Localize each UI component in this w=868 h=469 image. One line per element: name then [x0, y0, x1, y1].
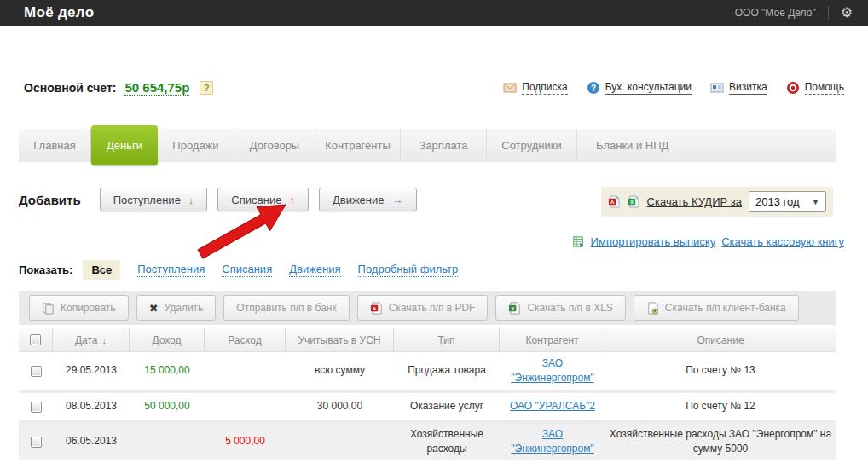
tab-kontragenty[interactable]: Контрагенты [315, 129, 401, 162]
balance-help-icon[interactable]: ? [200, 81, 213, 95]
table-row[interactable]: 29.05.2013 15 000,00 всю сумму Продажа т… [19, 352, 836, 390]
table-row[interactable]: 06.05.2013 5 000,00 Хозяйственные расход… [19, 420, 836, 460]
download-kudir-link[interactable]: Скачать КУДИР за [647, 195, 742, 208]
header-date-label: Дата [75, 334, 98, 346]
download-xls-label: Скачать п/п в XLS [527, 302, 612, 314]
send-to-bank-button[interactable]: Отправить п/п в банк [223, 295, 349, 321]
header-date[interactable]: Дата ↓ [53, 328, 130, 351]
add-section: Добавить Поступление ↓ Списание ↑ Движен… [19, 188, 427, 211]
secondary-links-row: Импортировать выписку Скачать кассовую к… [572, 235, 844, 248]
contractor-link[interactable]: ОАО "УРАЛСАБ"2 [510, 399, 595, 414]
pdf-file-icon[interactable]: A [608, 195, 621, 208]
sort-desc-icon: ↓ [102, 335, 107, 345]
download-client-bank-button[interactable]: Скачать п/п клиент-банка [634, 295, 799, 321]
svg-text:?: ? [591, 84, 596, 93]
add-label: Добавить [19, 193, 81, 207]
copy-icon [42, 302, 55, 315]
app-logo: Моё дело [24, 4, 94, 21]
help-link[interactable]: Помощь [786, 81, 844, 95]
kudir-year-select[interactable]: 2013 год ▼ [749, 191, 826, 212]
filter-row: Показать: Все Поступления Списания Движе… [19, 260, 458, 280]
header-contractor[interactable]: Контрагент [500, 328, 605, 351]
header-usn[interactable]: Учитывать в УСН [286, 328, 394, 351]
chevron-down-icon: ▼ [812, 198, 819, 206]
arrow-up-icon: ↑ [289, 194, 295, 206]
header-income[interactable]: Доход [130, 328, 205, 351]
cell-usn: 30 000,00 [286, 399, 394, 414]
gear-icon[interactable]: ⚙ [841, 6, 853, 20]
business-card-link[interactable]: Визитка [710, 81, 767, 95]
tab-glavnaya[interactable]: Главная [19, 129, 91, 162]
copy-label: Копировать [61, 302, 116, 314]
cell-date: 06.05.2013 [53, 434, 130, 449]
accounting-consult-label: Бух. консультации [605, 81, 692, 95]
tab-zarplata[interactable]: Зарплата [401, 129, 487, 162]
cell-income: 50 000,00 [130, 399, 205, 414]
filter-transfers[interactable]: Движения [289, 263, 340, 277]
client-bank-file-icon [646, 302, 659, 315]
filter-all[interactable]: Все [83, 260, 120, 280]
add-income-label: Поступление [113, 194, 181, 206]
table-row[interactable]: 08.05.2013 50 000,00 30 000,00 Оказание … [19, 390, 836, 420]
account-balance[interactable]: 50 654,75р [124, 80, 189, 96]
header-type[interactable]: Тип [394, 328, 500, 351]
row-checkbox[interactable] [31, 366, 42, 377]
cash-book-link[interactable]: Скачать кассовую книгу [721, 235, 844, 248]
business-card-label: Визитка [729, 81, 767, 95]
cell-description: По счету № 13 [605, 363, 836, 378]
copy-button[interactable]: Копировать [29, 295, 129, 321]
company-name[interactable]: ООО "Мое Дело" [735, 7, 816, 19]
filter-incomes[interactable]: Поступления [137, 263, 205, 277]
card-icon [710, 81, 724, 95]
select-all-checkbox[interactable] [30, 334, 41, 345]
download-pdf-button[interactable]: A Скачать п/п в PDF [357, 295, 489, 321]
download-client-bank-label: Скачать п/п клиент-банка [665, 302, 786, 314]
cell-type: Продажа товара [394, 363, 500, 378]
envelope-icon [503, 81, 517, 95]
subscription-link[interactable]: Подписка [503, 81, 567, 95]
import-statement-link[interactable]: Импортировать выписку [591, 235, 716, 248]
add-transfer-label: Движение [333, 194, 385, 206]
cell-type: Оказание услуг [394, 399, 500, 414]
cell-income: 15 000,00 [130, 363, 205, 378]
main-tabs: Главная Деньги Продажи Договоры Контраге… [19, 129, 836, 162]
excel-file-icon[interactable]: X [628, 195, 640, 208]
kudir-download-box: A X Скачать КУДИР за 2013 год ▼ [601, 187, 833, 217]
delete-label: Удалить [165, 302, 204, 314]
accounting-consult-link[interactable]: ? Бух. консультации [587, 81, 692, 95]
table-header: Дата ↓ Доход Расход Учитывать в УСН Тип … [19, 328, 836, 352]
subscription-label: Подписка [522, 81, 567, 95]
tab-prodazhi[interactable]: Продажи [158, 129, 234, 162]
tab-blanki-npd[interactable]: Бланки и НПД [577, 129, 836, 162]
filter-expenses[interactable]: Списания [222, 263, 272, 277]
download-xls-button[interactable]: X Скачать п/п в XLS [495, 295, 625, 321]
header-description[interactable]: Описание [605, 328, 836, 351]
tab-sotrudniki[interactable]: Сотрудники [487, 129, 577, 162]
tab-dogovory[interactable]: Договоры [234, 129, 315, 162]
svg-text:A: A [610, 200, 615, 205]
delete-button[interactable]: ✖ Удалить [136, 295, 217, 321]
tab-dengi[interactable]: Деньги [91, 125, 158, 165]
svg-text:X: X [512, 304, 515, 310]
filter-detailed[interactable]: Подробный фильтр [358, 263, 459, 277]
arrow-down-icon: ↓ [188, 194, 194, 206]
account-label: Основной счет: [24, 81, 116, 95]
cell-date: 08.05.2013 [53, 399, 130, 414]
cell-date: 29.05.2013 [53, 363, 130, 378]
cell-type: Хозяйственные расходы [394, 427, 500, 457]
row-checkbox[interactable] [31, 402, 42, 413]
contractor-link[interactable]: ЗАО "Энжинергопром" [500, 356, 605, 386]
header-expense[interactable]: Расход [205, 328, 286, 351]
contractor-link[interactable]: ЗАО "Энжинергопром" [500, 427, 605, 457]
actions-toolbar: Копировать ✖ Удалить Отправить п/п в бан… [19, 291, 836, 325]
help-label: Помощь [805, 81, 844, 95]
quick-links: Подписка ? Бух. консультации Визитка [503, 81, 844, 95]
row-checkbox[interactable] [31, 437, 42, 448]
cell-usn: всю сумму [286, 363, 394, 378]
account-row: Основной счет: 50 654,75р ? Подписка ? Б… [24, 78, 844, 97]
question-bubble-icon: ? [587, 81, 600, 95]
add-transfer-button[interactable]: Движение → [319, 188, 417, 211]
lifebuoy-icon [786, 81, 800, 95]
add-income-button[interactable]: Поступление ↓ [100, 188, 208, 211]
add-expense-button[interactable]: Списание ↑ [217, 188, 309, 211]
